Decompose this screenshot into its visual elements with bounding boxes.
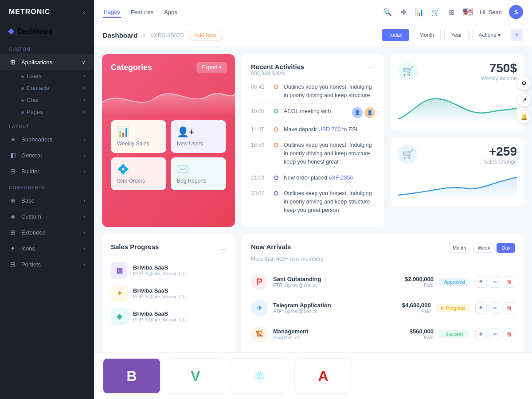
grid-icon[interactable]: ⊞ bbox=[447, 8, 456, 16]
sidebar-item-chat[interactable]: Chat › bbox=[0, 94, 94, 106]
recent-activities-card: Recent Activities 890,344 Sales ··· 08:4… bbox=[242, 54, 384, 227]
view-button[interactable]: 👁 bbox=[475, 302, 487, 314]
chevron-right-icon: › bbox=[84, 153, 85, 158]
mini-card-bug-reports[interactable]: ✉️ Bug Reports bbox=[171, 157, 226, 190]
dots-menu-icon[interactable]: ··· bbox=[219, 245, 226, 254]
view-button[interactable]: 👁 bbox=[475, 276, 487, 288]
week-period-button[interactable]: Week bbox=[473, 243, 495, 253]
add-new-button[interactable]: Add New bbox=[189, 30, 222, 40]
sidebar-item-pages[interactable]: Pages › bbox=[0, 106, 94, 118]
builder-icon: ⊟ bbox=[9, 167, 17, 175]
framework-bootstrap[interactable]: B bbox=[103, 358, 160, 394]
sidebar-collapse-icon[interactable]: ‹ bbox=[83, 8, 85, 16]
arrivals-row: 🏗 Management row@bnc.cc $560,000 Paid Su… bbox=[251, 321, 515, 348]
sidebar-item-subheaders[interactable]: ≡ Subheaders › bbox=[0, 131, 94, 147]
actions-button[interactable]: Actions ▾ bbox=[472, 29, 507, 41]
sidebar-item-label: General bbox=[21, 152, 42, 159]
sidebar-item-custom[interactable]: ◈ Custom › bbox=[0, 208, 94, 224]
mini-card-new-users[interactable]: 👤+ New Users bbox=[171, 120, 226, 153]
cart-icon[interactable]: 🛒 bbox=[431, 8, 440, 16]
chevron-right-icon: › bbox=[84, 137, 85, 142]
sidebar-item-builder[interactable]: ⊟ Builder › bbox=[0, 163, 94, 179]
sidebar-item-users[interactable]: Users › bbox=[0, 70, 94, 82]
sales-change-chart bbox=[398, 168, 517, 200]
month-period-button[interactable]: Month bbox=[448, 243, 471, 253]
sidebar-item-icons[interactable]: ✦ Icons › bbox=[0, 240, 94, 256]
sidebar-item-general[interactable]: ◧ General › bbox=[0, 147, 94, 163]
quick-action-icon[interactable]: ⚙ bbox=[518, 77, 530, 90]
delete-button[interactable]: 🗑 bbox=[504, 276, 515, 288]
frameworks-bar: B V ⚛ A bbox=[94, 352, 532, 399]
activity-text: AEOL meeting with bbox=[284, 107, 347, 116]
edit-button[interactable]: ✏ bbox=[489, 329, 501, 340]
sidebar-dashboard-item[interactable]: Dashboard bbox=[0, 24, 94, 39]
app-icon: 🏗 bbox=[251, 326, 268, 343]
framework-vue[interactable]: V bbox=[167, 358, 224, 394]
arrivals-info: Telegram Application FTP: bprow@bnc.cc bbox=[273, 302, 386, 314]
arrivals-name: Sant Outstanding bbox=[273, 276, 388, 282]
arrivals-info: Sant Outstanding FTP: bprow@bnc.cc bbox=[273, 276, 388, 288]
sales-progress-card: Sales Progress ··· ▦ Briviba SaaS PHP, S… bbox=[102, 234, 235, 353]
search-icon[interactable]: 🔍 bbox=[383, 8, 392, 16]
new-arrivals-title: New Arrivals bbox=[251, 243, 323, 250]
progress-info: Briviba SaaS PHP, SQLite, Artisan CLI... bbox=[133, 310, 226, 322]
sidebar-item-base[interactable]: ⊕ Base › bbox=[0, 192, 94, 208]
progress-item: ◈ Briviba SaaS PHP, SQLite, Artisan CLI.… bbox=[111, 308, 226, 325]
sales-change-label: Sales Change bbox=[484, 159, 517, 165]
bar-chart-icon: 📊 bbox=[117, 126, 160, 138]
send-icon[interactable]: ↗ bbox=[518, 94, 530, 106]
custom-icon: ◈ bbox=[9, 212, 17, 220]
activities-menu-icon[interactable]: ··· bbox=[368, 63, 375, 72]
activity-dot-icon bbox=[274, 143, 278, 147]
activity-item: 10:00 AEOL meeting with 👤 👤 bbox=[251, 104, 375, 122]
activity-item: 16:50 Outlines keep you honest. Indulgin… bbox=[251, 137, 375, 170]
sidebar-item-portlets[interactable]: ⊟ Portlets › bbox=[0, 256, 94, 272]
progress-avatar: ▦ bbox=[111, 262, 128, 279]
flag-icon[interactable]: 🇺🇸 bbox=[463, 7, 473, 17]
bell-icon[interactable]: 🔔 bbox=[518, 111, 530, 123]
day-period-button[interactable]: Day bbox=[497, 243, 515, 253]
arrivals-paid: Paid bbox=[394, 282, 434, 288]
delete-button[interactable]: 🗑 bbox=[504, 329, 515, 340]
sidebar-item-label: Builder bbox=[21, 168, 39, 175]
edit-button[interactable]: ✏ bbox=[489, 302, 501, 314]
nav-features[interactable]: Features bbox=[130, 7, 154, 17]
chevron-down-icon: ▾ bbox=[498, 32, 501, 38]
row-actions: 👁 ✏ 🗑 bbox=[475, 276, 515, 288]
user-avatar[interactable]: S bbox=[509, 5, 523, 19]
sidebar-item-extended[interactable]: ⊞ Extended › bbox=[0, 224, 94, 240]
export-button[interactable]: Export ▾ bbox=[196, 62, 227, 73]
mini-card-item-orders[interactable]: 💠 Item Orders bbox=[111, 157, 166, 190]
analytics-icon[interactable]: 📊 bbox=[415, 8, 424, 16]
sidebar-item-contacts[interactable]: Contacts › bbox=[0, 82, 94, 94]
edit-button[interactable]: ✏ bbox=[489, 276, 501, 288]
today-button[interactable]: Today bbox=[382, 29, 409, 41]
sidebar-item-label: Base bbox=[21, 197, 35, 204]
delete-button[interactable]: 🗑 bbox=[504, 302, 515, 314]
month-button[interactable]: Month bbox=[413, 29, 441, 41]
sidebar-item-label: Subheaders bbox=[21, 136, 52, 143]
main-content: Pages Features Apps 🔍 ✤ 📊 🛒 ⊞ 🇺🇸 Hi, Sea… bbox=[94, 0, 532, 399]
wave-chart bbox=[102, 80, 235, 116]
dashboard-icon bbox=[8, 28, 14, 35]
arrivals-row: ✈ Telegram Application FTP: bprow@bnc.cc… bbox=[251, 295, 515, 321]
year-button[interactable]: Year bbox=[444, 29, 468, 41]
nav-apps[interactable]: Apps bbox=[163, 7, 178, 17]
plus-button[interactable]: + bbox=[511, 29, 523, 41]
activity-time: 10:00 bbox=[251, 107, 269, 114]
custom-section-label: CUSTOM bbox=[0, 43, 94, 54]
sales-change-card: 🛒 +259 Sales Change bbox=[391, 137, 524, 207]
framework-react[interactable]: ⚛ bbox=[231, 358, 288, 394]
layout-section-label: LAYOUT bbox=[0, 118, 94, 131]
framework-angular[interactable]: A bbox=[294, 358, 352, 394]
sidebar-item-applications[interactable]: ⊞ Applications ∨ bbox=[0, 54, 94, 70]
share-icon[interactable]: ✤ bbox=[399, 8, 408, 16]
sidebar-logo: METRONIC ‹ bbox=[0, 0, 94, 24]
nav-pages[interactable]: Pages bbox=[103, 7, 121, 18]
period-buttons: Month Week Day bbox=[448, 243, 515, 253]
avatar: 👤 bbox=[364, 107, 375, 118]
mini-card-weekly-sales[interactable]: 📊 Weekly Sales bbox=[111, 120, 166, 153]
sidebar-item-label: Icons bbox=[21, 245, 35, 252]
content-row-1: Categories Export ▾ bbox=[102, 54, 524, 227]
view-button[interactable]: 👁 bbox=[475, 329, 487, 340]
